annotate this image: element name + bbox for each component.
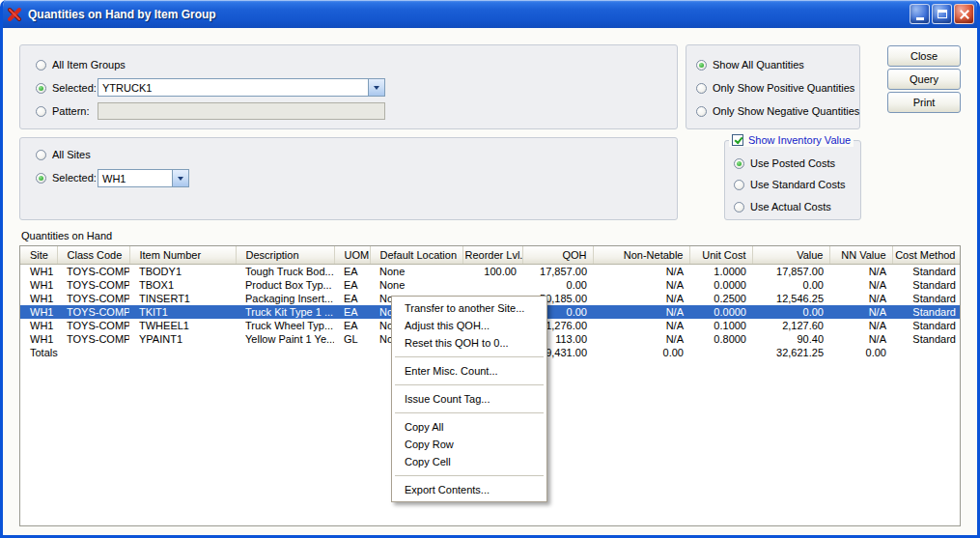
minimize-button[interactable] [910, 4, 930, 24]
table-cell[interactable]: TBODY1 [129, 265, 236, 279]
column-header[interactable]: QOH [522, 246, 593, 265]
table-cell[interactable]: TOYS-COMP [57, 305, 129, 319]
table-cell[interactable]: 0.00 [752, 278, 829, 292]
table-cell[interactable]: Standard [892, 319, 961, 332]
table-cell[interactable]: 100.00 [462, 265, 522, 279]
table-cell[interactable] [334, 346, 370, 359]
column-header[interactable]: Unit Cost [689, 246, 752, 265]
table-cell[interactable]: 0.0000 [689, 278, 752, 292]
table-cell[interactable]: TBOX1 [129, 278, 236, 292]
table-cell[interactable] [689, 346, 752, 359]
item-group-combobox[interactable]: YTRUCK1 [98, 78, 385, 97]
column-header[interactable]: Class Code [57, 246, 129, 265]
column-header[interactable]: UOM [334, 246, 370, 265]
column-header[interactable]: Reorder Lvl. [462, 246, 522, 265]
table-cell[interactable]: Yellow Paint 1 Ye... [236, 332, 334, 346]
close-window-button[interactable] [954, 4, 974, 24]
table-cell[interactable]: Standard [892, 278, 961, 292]
table-cell[interactable]: TOYS-COMP [57, 265, 129, 279]
table-cell[interactable]: WH1 [20, 292, 57, 305]
table-cell[interactable]: WH1 [20, 278, 57, 292]
table-cell[interactable] [892, 346, 961, 359]
table-cell[interactable]: 90.40 [752, 332, 829, 346]
query-button[interactable]: Query [887, 69, 961, 90]
column-header[interactable]: Cost Method [892, 246, 961, 265]
radio-use-posted-costs[interactable]: Use Posted Costs [734, 156, 835, 170]
combo-arrow-icon[interactable] [172, 170, 188, 186]
table-cell[interactable]: Packaging Insert... [236, 292, 334, 305]
menu-item[interactable]: Export Contents... [393, 481, 546, 498]
radio-only-positive-quantities[interactable]: Only Show Positive Quantities [696, 81, 854, 95]
column-header[interactable]: NN Value [829, 246, 892, 265]
table-cell[interactable]: EA [334, 292, 370, 305]
table-cell[interactable] [462, 278, 522, 292]
table-cell[interactable]: TKIT1 [129, 305, 236, 319]
table-cell[interactable]: YPAINT1 [129, 332, 236, 346]
table-cell[interactable]: None [370, 265, 462, 279]
table-cell[interactable]: N/A [593, 319, 689, 332]
table-cell[interactable]: 1.0000 [689, 265, 752, 279]
table-cell[interactable]: N/A [593, 278, 689, 292]
table-cell[interactable]: None [370, 278, 462, 292]
table-cell[interactable]: N/A [593, 305, 689, 319]
table-row[interactable]: WH1TOYS-COMPTBODY1Tough Truck Bod...EANo… [20, 265, 961, 279]
table-cell[interactable]: Standard [892, 265, 961, 279]
table-cell[interactable]: TOYS-COMP [57, 319, 129, 332]
menu-item[interactable]: Copy Row [393, 436, 546, 453]
table-cell[interactable]: N/A [829, 265, 892, 279]
menu-item[interactable]: Copy Cell [393, 453, 546, 470]
show-inventory-value-checkbox[interactable]: Show Inventory Value [729, 133, 854, 147]
table-cell[interactable]: Standard [892, 332, 961, 346]
table-cell[interactable] [236, 346, 334, 359]
table-cell[interactable]: N/A [593, 332, 689, 346]
table-cell[interactable]: EA [334, 278, 370, 292]
table-cell[interactable]: N/A [829, 305, 892, 319]
table-cell[interactable]: 0.0000 [689, 305, 752, 319]
column-header[interactable]: Default Location [370, 246, 462, 265]
print-button[interactable]: Print [887, 92, 961, 113]
maximize-button[interactable] [932, 4, 952, 24]
table-cell[interactable]: 17,857.00 [522, 265, 593, 279]
column-header[interactable]: Description [236, 246, 334, 265]
radio-pattern[interactable]: Pattern: [36, 104, 90, 118]
column-header[interactable]: Site [20, 246, 57, 265]
table-cell[interactable]: TOYS-COMP [57, 292, 129, 305]
table-cell[interactable]: 0.00 [829, 346, 892, 359]
radio-use-actual-costs[interactable]: Use Actual Costs [734, 200, 831, 213]
table-cell[interactable]: GL [334, 332, 370, 346]
table-cell[interactable]: 0.1000 [689, 319, 752, 332]
table-cell[interactable]: Truck Wheel Typ... [236, 319, 334, 332]
menu-item[interactable]: Issue Count Tag... [393, 390, 546, 408]
table-cell[interactable]: WH1 [20, 332, 57, 346]
radio-only-negative-quantities[interactable]: Only Show Negative Quantities [696, 104, 859, 118]
table-cell[interactable]: Standard [892, 292, 961, 305]
table-cell[interactable]: WH1 [20, 265, 57, 279]
table-cell[interactable]: 32,621.25 [752, 346, 829, 359]
radio-use-standard-costs[interactable]: Use Standard Costs [734, 178, 845, 191]
table-row[interactable]: WH1TOYS-COMPTBOX1Product Box Typ...EANon… [20, 278, 961, 292]
table-cell[interactable]: 0.8000 [689, 332, 752, 346]
table-cell[interactable]: EA [334, 265, 370, 279]
table-cell[interactable]: TWHEEL1 [129, 319, 236, 332]
radio-selected-site[interactable]: Selected: [36, 171, 97, 184]
menu-item[interactable]: Reset this QOH to 0... [393, 334, 546, 352]
table-cell[interactable] [129, 346, 236, 359]
column-header[interactable]: Non-Netable [593, 246, 689, 265]
table-cell[interactable]: TOYS-COMP [57, 278, 129, 292]
table-cell[interactable]: N/A [829, 319, 892, 332]
table-cell[interactable]: WH1 [20, 305, 57, 319]
menu-item[interactable]: Enter Misc. Count... [393, 362, 546, 380]
table-cell[interactable]: WH1 [20, 319, 57, 332]
table-cell[interactable]: N/A [829, 292, 892, 305]
titlebar[interactable]: Quantities on Hand by Item Group [0, 0, 980, 28]
table-cell[interactable]: Standard [892, 305, 961, 319]
table-cell[interactable]: 0.2500 [689, 292, 752, 305]
site-combobox[interactable]: WH1 [98, 169, 189, 187]
radio-selected-item-group[interactable]: Selected: [36, 81, 97, 95]
table-cell[interactable]: EA [334, 319, 370, 332]
radio-all-item-groups[interactable]: All Item Groups [36, 58, 126, 71]
table-cell[interactable]: Tough Truck Bod... [236, 265, 334, 279]
table-cell[interactable]: 0.00 [593, 346, 689, 359]
menu-item[interactable]: Adjust this QOH... [393, 317, 546, 334]
table-cell[interactable]: Product Box Typ... [236, 278, 334, 292]
